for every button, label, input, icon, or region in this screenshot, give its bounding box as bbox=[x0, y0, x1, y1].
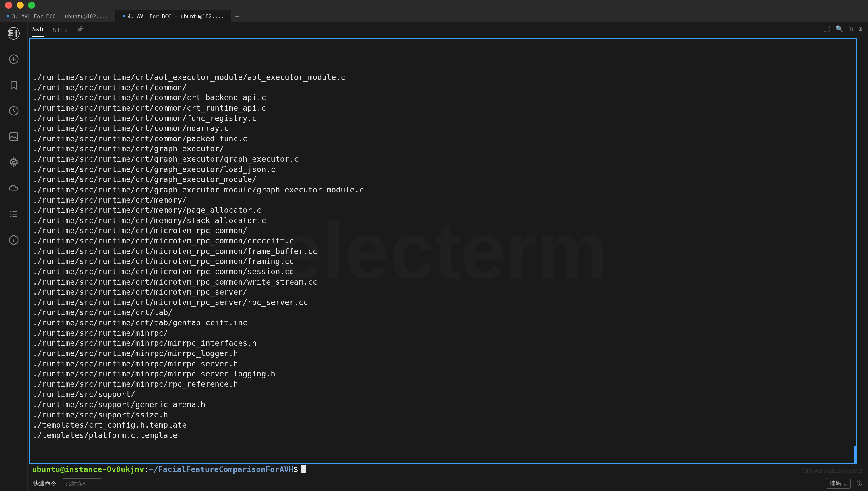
terminal-line: ./runtime/src/runtime/crt/microtvm_rpc_c… bbox=[33, 277, 853, 287]
sidebar: E† bbox=[0, 22, 28, 491]
chevron-down-icon: ⌄ bbox=[844, 480, 847, 487]
app-logo[interactable]: E† bbox=[8, 28, 20, 39]
terminal-prompt[interactable]: ubuntu@instance-0v0ukjmv:~/FacialFeature… bbox=[29, 464, 857, 475]
terminal-line: ./runtime/src/runtime/crt/microtvm_rpc_c… bbox=[33, 236, 853, 246]
footer-bar: 快速命令 编码 ⌄ ⓘ bbox=[28, 476, 868, 491]
terminal-line: ./runtime/src/runtime/minrpc/minrpc_logg… bbox=[33, 348, 853, 358]
svg-point-3 bbox=[12, 162, 15, 164]
terminal-line: ./runtime/src/runtime/crt/graph_executor… bbox=[33, 144, 853, 154]
terminal-line: ./runtime/src/runtime/crt/common/packed_… bbox=[33, 134, 853, 144]
prompt-separator: : bbox=[144, 465, 149, 474]
prompt-path: ~/FacialFeatureComparisonForAVH bbox=[149, 465, 293, 474]
terminal-line: ./runtime/src/runtime/crt/microtvm_rpc_c… bbox=[33, 266, 853, 277]
titlebar bbox=[0, 0, 868, 10]
subtab-ssh[interactable]: Ssh bbox=[32, 26, 43, 37]
terminal-line: ./runtime/src/runtime/crt/microtvm_rpc_s… bbox=[33, 297, 853, 308]
help-icon[interactable]: ⓘ bbox=[857, 480, 862, 487]
terminal-line: ./runtime/src/support/ssize.h bbox=[33, 410, 853, 420]
tab-session-4[interactable]: 4. AVH For BCC - ubuntu@182.... bbox=[116, 10, 231, 22]
bookmark-icon[interactable] bbox=[8, 79, 20, 91]
terminal-output[interactable]: electerm ./runtime/src/runtime/crt/aot_e… bbox=[29, 38, 857, 464]
history-icon[interactable] bbox=[8, 105, 20, 117]
terminal-line: ./runtime/src/runtime/crt/tab/ bbox=[33, 307, 853, 318]
encoding-label: 编码 bbox=[830, 480, 841, 487]
terminal-line: ./runtime/src/runtime/minrpc/ bbox=[33, 328, 853, 338]
search-icon[interactable]: 🔍 bbox=[836, 25, 843, 32]
prompt-symbol: $ bbox=[293, 465, 298, 474]
terminal-line: ./runtime/src/runtime/crt/memory/stack_a… bbox=[33, 215, 853, 226]
terminal-line: ./runtime/src/runtime/crt/tab/gentab_cci… bbox=[33, 318, 853, 328]
terminal-line: ./runtime/src/runtime/crt/graph_executor… bbox=[33, 154, 853, 164]
fullscreen-icon[interactable]: ⛶ bbox=[824, 25, 830, 32]
terminal-line: ./runtime/src/runtime/crt/microtvm_rpc_c… bbox=[33, 256, 853, 266]
tab-status-dot-icon bbox=[7, 15, 9, 17]
terminal-cursor bbox=[301, 465, 306, 473]
terminal-line: ./runtime/src/runtime/crt/microtvm_rpc_c… bbox=[33, 225, 853, 236]
terminal-line: ./runtime/src/runtime/crt/graph_executor… bbox=[33, 174, 853, 184]
add-icon[interactable] bbox=[8, 53, 20, 65]
traffic-lights bbox=[5, 2, 35, 9]
terminal-line: ./runtime/src/runtime/crt/graph_executor… bbox=[33, 184, 853, 195]
window-minimize-button[interactable] bbox=[17, 2, 24, 9]
terminal-line: ./runtime/src/runtime/crt/common/func_re… bbox=[33, 113, 853, 123]
tab-label: 3. AVH For BCC - ubuntu@182.... bbox=[12, 13, 109, 19]
quick-command-button[interactable]: 快速命令 bbox=[33, 480, 56, 487]
tab-label: 4. AVH For BCC - ubuntu@182.... bbox=[128, 13, 224, 19]
attachment-icon[interactable] bbox=[77, 26, 84, 37]
terminal-line: ./runtime/src/support/ bbox=[33, 389, 853, 399]
prompt-user-host: ubuntu@instance-0v0ukjmv bbox=[32, 465, 144, 474]
subtabs: Ssh Sftp ⛶ 🔍 ◫ ⊞ bbox=[28, 22, 868, 37]
split-vertical-icon[interactable]: ◫ bbox=[849, 25, 853, 32]
terminal-line: ./templates/crt_config.h.template bbox=[33, 420, 853, 430]
terminal-line: ./templates/platform.c.template bbox=[33, 430, 853, 440]
info-icon[interactable] bbox=[8, 234, 20, 246]
split-grid-icon[interactable]: ⊞ bbox=[859, 25, 862, 32]
terminal-line: ./runtime/src/runtime/crt/aot_executor_m… bbox=[33, 72, 853, 82]
add-tab-button[interactable]: + bbox=[231, 10, 243, 22]
terminal-line: ./runtime/src/runtime/crt/common/ bbox=[33, 82, 853, 93]
tab-status-dot-icon bbox=[123, 15, 125, 17]
tab-session-3[interactable]: 3. AVH For BCC - ubuntu@182.... bbox=[0, 10, 116, 22]
window-close-button[interactable] bbox=[5, 2, 12, 9]
encoding-dropdown[interactable]: 编码 ⌄ bbox=[826, 478, 851, 489]
terminal-line: ./runtime/src/support/generic_arena.h bbox=[33, 399, 853, 410]
terminal-line: ./runtime/src/runtime/crt/microtvm_rpc_s… bbox=[33, 287, 853, 297]
terminal-line: ./runtime/src/runtime/minrpc/minrpc_inte… bbox=[33, 338, 853, 348]
terminal-line: ./runtime/src/runtime/crt/common/crt_run… bbox=[33, 103, 853, 113]
scrollbar-thumb[interactable] bbox=[854, 446, 856, 463]
terminal-line: ./runtime/src/runtime/crt/common/crt_bac… bbox=[33, 92, 853, 103]
terminal-line: ./runtime/src/runtime/minrpc/rpc_referen… bbox=[33, 379, 853, 389]
content-area: Ssh Sftp ⛶ 🔍 ◫ ⊞ electerm ./runtime/src/… bbox=[28, 22, 868, 491]
window-maximize-button[interactable] bbox=[28, 2, 35, 9]
terminal-line: ./runtime/src/runtime/crt/graph_executor… bbox=[33, 164, 853, 175]
batch-input-field[interactable] bbox=[62, 479, 102, 488]
list-icon[interactable] bbox=[8, 208, 20, 220]
terminal-toolbar: ⛶ 🔍 ◫ ⊞ bbox=[824, 25, 863, 32]
terminal-line: ./runtime/src/runtime/minrpc/minrpc_serv… bbox=[33, 369, 853, 379]
cloud-sync-icon[interactable] bbox=[8, 183, 20, 194]
terminal-line: ./runtime/src/runtime/crt/microtvm_rpc_c… bbox=[33, 246, 853, 256]
terminal-line: ./runtime/src/runtime/crt/memory/page_al… bbox=[33, 205, 853, 215]
image-icon[interactable] bbox=[8, 131, 20, 142]
terminal-line: ./runtime/src/runtime/crt/memory/ bbox=[33, 195, 853, 205]
settings-icon[interactable] bbox=[8, 157, 20, 168]
terminal-line: ./runtime/src/runtime/crt/common/ndarray… bbox=[33, 123, 853, 134]
subtab-sftp[interactable]: Sftp bbox=[53, 26, 68, 37]
tabbar: 3. AVH For BCC - ubuntu@182.... 4. AVH F… bbox=[0, 10, 868, 22]
terminal-line: ./runtime/src/runtime/minrpc/minrpc_serv… bbox=[33, 358, 853, 369]
